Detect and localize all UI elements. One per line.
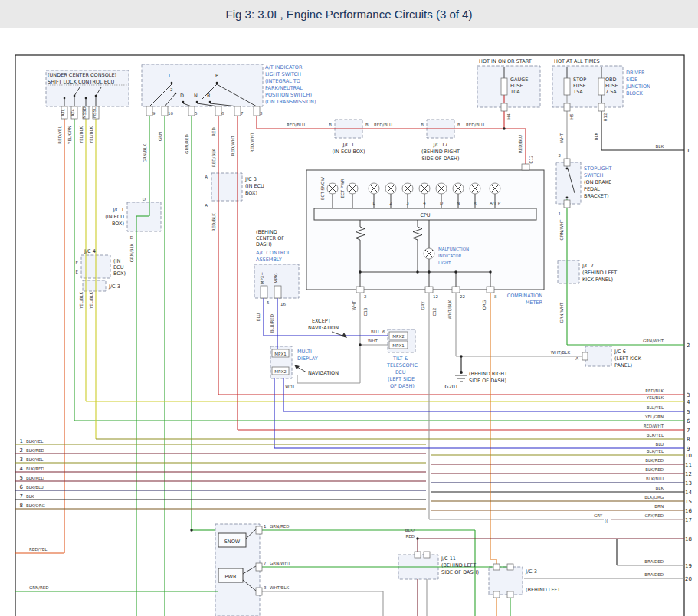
label-ect_switch-pins-2-wire: WHT/BLK xyxy=(270,585,290,590)
label-meter-name_lines-0: COMBINATION xyxy=(507,293,542,299)
shape xyxy=(261,286,267,298)
label-top_run-jc17-loc_lines-0: (BEHIND RIGHT xyxy=(421,149,460,155)
label-stoplight-name_lines-0: STOPLIGHT xyxy=(584,165,612,172)
label-at_switch-pin_numbers-3: 6 xyxy=(221,111,224,116)
label-shift_lock-pins-0: ATL xyxy=(61,108,65,116)
shape xyxy=(190,529,192,531)
label-ac-loc_lines-1: CENTER OF xyxy=(256,235,284,241)
label-jc1_ecu-loc_lines-1: BOX) xyxy=(112,221,124,227)
label-at_switch-name_lines-3: PARK/NEUTRAL xyxy=(265,85,303,91)
label-ac-pin_nums-0: 5 xyxy=(267,300,270,305)
label-rows_right-7-num: 8 xyxy=(687,437,690,443)
label-rows_right-16-break: (( xyxy=(605,519,608,523)
label-meter-pins-2-num: 22 xyxy=(460,294,465,299)
label-rows_right-16-num: 17 xyxy=(685,517,692,523)
jc7-box xyxy=(558,260,579,283)
label-jc1_ecu-wire_below: GRN/BLK xyxy=(129,243,134,262)
label-jc6-wire: WHT/BLK xyxy=(551,350,571,355)
label-rows_right-2-num: 3 xyxy=(687,392,690,398)
label-power-hot_all: HOT AT ALL TIMES xyxy=(554,58,600,64)
label-meter-ect_pwr: ECT PWR xyxy=(340,179,345,198)
label-jc4-wire_labels-1: YEL/BLK xyxy=(89,292,93,310)
label-rows_left-rows-6-num: 7 xyxy=(20,493,23,500)
label-ect_switch-pins-1-wire: GRN/WHT xyxy=(270,561,291,565)
shape xyxy=(507,591,513,598)
shape xyxy=(424,552,430,558)
label-nav-except_lines-1: NAVIGATION xyxy=(308,325,339,331)
label-ac-pin_nums-1: 16 xyxy=(280,302,286,306)
label-rows_right-9-label: BLK/YEL xyxy=(647,449,664,454)
label-rows_right-11-num: 12 xyxy=(685,471,692,477)
label-at_switch-name_lines-0: A/T INDICATOR xyxy=(265,64,303,70)
label-meter-lamps-1: 2 xyxy=(389,201,392,205)
label-jc4-loc_lines-1: ECU xyxy=(113,264,124,270)
label-rows_left-red_yel: RED/YEL xyxy=(29,547,48,552)
label-power-junction_block-1: SIDE xyxy=(626,77,637,83)
label-rows_right-12-label: BLK/BLU xyxy=(646,477,664,481)
label-rows_right-13-label: BLK xyxy=(656,486,664,490)
label-shift_lock-pins-1: AT4 xyxy=(70,108,75,116)
label-rows_right-4-label: BLU/YEL xyxy=(647,405,664,410)
label-jc3_ecu-pin: A xyxy=(205,203,208,208)
shape xyxy=(501,78,507,95)
label-at_switch-name_lines-5: (ON TRANSMISSION) xyxy=(265,99,316,105)
label-rows_left-rows-3-num: 4 xyxy=(20,466,24,472)
label-at_switch-pin_numbers-0: 9 xyxy=(152,111,156,116)
label-at_switch-positions-0: L xyxy=(169,73,172,79)
shape xyxy=(146,106,152,116)
label-g201-loc_lines-1: SIDE OF DASH) xyxy=(469,378,506,384)
shape xyxy=(416,270,418,273)
label-power-hot_start: HOT IN ON OR START xyxy=(479,58,532,64)
label-meter-atp: A/T P xyxy=(490,201,501,205)
label-rows_right-11-label: BLK/RED xyxy=(645,467,664,472)
label-top_run-wire: RED/BLU xyxy=(518,135,523,153)
label-meter-pins-1-conn: C12 xyxy=(432,308,437,316)
shape xyxy=(452,287,460,293)
shape xyxy=(162,106,168,116)
label-ect_switch-pins-1-num: 7 xyxy=(264,561,267,565)
label-shift_lock-wire_labels-1: YEL/GRN xyxy=(67,126,72,145)
stoplight-switch-box xyxy=(556,162,581,204)
label-rows_right-16-prefix: GRY xyxy=(594,513,603,518)
label-g201-name: G201 xyxy=(445,384,458,390)
label-jc11-wire_lines-1: RED xyxy=(405,534,415,539)
label-jc4-wire_labels-0: YEL/BLK xyxy=(79,292,84,310)
label-rows_left-rows-7-num: 8 xyxy=(20,503,23,509)
label-rows_right-15-label: BRN xyxy=(654,504,664,509)
label-rows_right-14-num: 15 xyxy=(685,499,692,505)
label-jc6-loc_lines-0: (LEFT KICK xyxy=(614,356,642,362)
component-location: (UNDER CENTER CONSOLE) xyxy=(48,72,116,78)
label-jc3_ecu-loc_lines-1: BOX) xyxy=(245,190,257,196)
label-rows_right-8-label: BLU xyxy=(655,442,664,447)
label-nav-wht: WHT xyxy=(285,384,296,388)
label-rows_left-rows-1-label: BLK/RED xyxy=(26,448,44,453)
shape xyxy=(215,106,221,116)
label-shift_lock-wire_labels-2: YEL/BLK xyxy=(79,126,84,145)
shape xyxy=(416,537,418,539)
shape xyxy=(503,127,505,129)
label-meter-name_lines-1: METER xyxy=(526,300,543,306)
shape xyxy=(182,101,185,103)
shape xyxy=(171,82,173,84)
label-meter-lamps-4: D xyxy=(440,201,443,205)
label-stoplight-loc_lines-1: PEDAL xyxy=(584,186,600,192)
label-stoplight-name_lines-1: SWITCH xyxy=(584,172,604,179)
label-tilt-mpx2: MPX2 xyxy=(392,334,404,339)
label-shift_lock-wire_labels-0: RED/YEL xyxy=(57,125,62,143)
label-tilt-name_lines-2: ECU xyxy=(395,369,406,375)
jc6-box xyxy=(585,346,611,366)
label-stoplight-pin_bottom: 1 xyxy=(559,211,562,216)
label-ac-wires-1: BLU/RED xyxy=(270,314,274,333)
label-rows_left-rows-4-num: 5 xyxy=(20,475,23,481)
at-indicator-switch-box xyxy=(142,64,263,106)
shape xyxy=(254,106,260,116)
label-nav-mpx2: MPX2 xyxy=(274,369,286,374)
label-stoplight-pin_top: 2 xyxy=(559,153,562,158)
label-jc1_ecu-pin: D xyxy=(143,197,146,202)
label-top_run-jc17-loc_lines-1: SIDE OF DASH) xyxy=(421,156,459,162)
label-meter-pins-3-num: 8 xyxy=(494,294,497,299)
label-g201-loc_lines-0: (BEHIND RIGHT xyxy=(469,371,507,377)
label-rows_right-12-num: 13 xyxy=(685,480,692,487)
hot-in-start-box xyxy=(477,66,540,107)
label-meter-mil_lines-1: INDICATOR xyxy=(438,254,461,258)
